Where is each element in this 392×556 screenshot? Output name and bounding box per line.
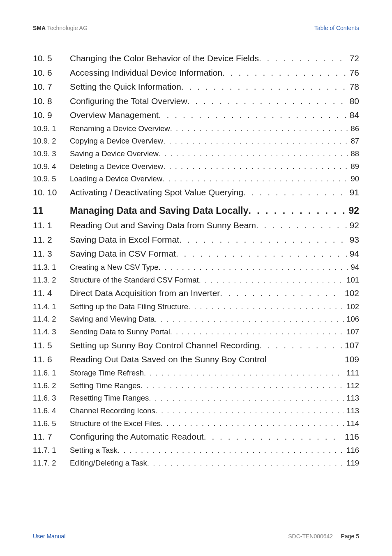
toc-title-wrap: Setting Time Ranges112: [70, 380, 359, 392]
toc-page: 86: [348, 123, 359, 135]
toc-number: 10. 9: [33, 109, 70, 122]
toc-title: Resetting Time Ranges: [70, 392, 149, 404]
toc-title: Setting a Task: [70, 445, 118, 456]
toc-title: Setting up the Data Filing Structure: [70, 301, 188, 313]
toc-title: Sending Data to Sunny Portal: [70, 326, 170, 338]
toc-number: 10.9. 4: [33, 161, 70, 173]
toc-number: 10. 8: [33, 95, 70, 108]
brand-name: SMA: [33, 25, 46, 31]
toc-page: 90: [348, 173, 359, 185]
toc-title: Structure of the Standard CSV Format: [70, 274, 199, 286]
toc-title: Activating / Deactivating Spot Value Que…: [70, 186, 243, 199]
toc-title: Managing Data and Saving Data Locally: [70, 204, 249, 218]
toc-title-wrap: Configuring the Automatic Readout116: [70, 430, 359, 444]
toc-page: 106: [344, 313, 359, 325]
toc-leader-dots: [144, 367, 344, 379]
toc-title-wrap: Saving Data in Excel Format93: [70, 233, 359, 247]
toc-number: 11. 5: [33, 339, 70, 352]
toc-page: 92: [346, 204, 359, 218]
toc-page: 76: [347, 66, 359, 80]
toc-page: 112: [344, 380, 359, 392]
toc-leader-dots: [147, 457, 344, 469]
toc-title: Structure of the Excel Files: [70, 418, 161, 430]
toc-title-wrap: Direct Data Acquisition from an Inverter…: [70, 287, 359, 300]
toc-number: 10. 6: [33, 66, 70, 80]
toc-number: 10. 10: [33, 186, 70, 199]
toc-page: 93: [347, 233, 359, 247]
toc-page: 111: [344, 367, 359, 379]
toc-entry: 11.7. 2Editing/Deleting a Task119: [33, 457, 359, 469]
toc-number: 11: [33, 204, 70, 218]
toc-page: 94: [348, 262, 359, 273]
toc-leader-dots: [149, 392, 344, 404]
toc-title-wrap: Resetting Time Ranges113: [70, 392, 359, 404]
toc-title: Channel Recording Icons: [70, 405, 155, 417]
toc-page: 80: [347, 95, 359, 108]
toc-title: Direct Data Acquisition from an Inverter: [70, 287, 220, 300]
toc-entry: 10. 9Overview Management84: [33, 109, 359, 122]
page-footer: User Manual SDC-TEN080642 Page 5: [33, 533, 359, 540]
toc-leader-dots: [161, 418, 344, 430]
toc-entry: 10. 8Configuring the Total Overview80: [33, 95, 359, 108]
toc-entry: 11. 3Saving Data in CSV Format94: [33, 247, 359, 261]
toc-title: Overview Management: [70, 109, 159, 122]
toc-page: 88: [348, 148, 359, 160]
toc-title-wrap: Accessing Individual Device Information7…: [70, 66, 359, 80]
toc-number: 11.6. 4: [33, 405, 70, 417]
toc-title-wrap: Setting up the Data Filing Structure102: [70, 301, 359, 313]
toc-number: 11.6. 5: [33, 418, 70, 430]
toc-title: Setting up Sunny Boy Control Channel Rec…: [70, 339, 259, 352]
toc-title: Saving Data in CSV Format: [70, 247, 176, 261]
toc-entry: 11.7. 1Setting a Task116: [33, 445, 359, 456]
toc-page: 101: [344, 274, 359, 286]
toc-leader-dots: [159, 109, 347, 122]
toc-title-wrap: Structure of the Standard CSV Format101: [70, 274, 359, 286]
toc-title-wrap: Sending Data to Sunny Portal107: [70, 326, 359, 338]
toc-number: 11. 1: [33, 219, 70, 232]
toc-leader-dots: [155, 405, 344, 417]
toc-title-wrap: Storage Time Refresh111: [70, 367, 359, 379]
toc-number: 11.3. 2: [33, 274, 70, 286]
toc-leader-dots: [159, 262, 348, 273]
toc-page: 113: [344, 392, 359, 404]
toc-page: 107: [344, 326, 359, 338]
toc-title-wrap: Channel Recording Icons113: [70, 405, 359, 417]
toc-entry: 11. 1Reading Out and Saving Data from Su…: [33, 219, 359, 232]
toc-number: 11.4. 2: [33, 313, 70, 325]
toc-entry: 10.9. 5Loading a Device Overview90: [33, 173, 359, 185]
toc-title-wrap: Setting the Quick Information78: [70, 80, 359, 94]
toc-title: Renaming a Device Overview: [70, 123, 170, 135]
toc-leader-dots: [179, 233, 347, 247]
toc-page: 119: [344, 457, 359, 469]
toc-page: 102: [344, 301, 359, 313]
toc-entry: 11. 6Reading Out Data Saved on the Sunny…: [33, 353, 359, 366]
toc-leader-dots: [170, 123, 348, 135]
toc-entry: 11.6. 2Setting Time Ranges112: [33, 380, 359, 392]
page-header: SMA Technologie AG Table of Contents: [33, 25, 359, 31]
toc-page: 116: [342, 430, 359, 444]
toc-number: 10.9. 3: [33, 148, 70, 160]
toc-title-wrap: Reading Out Data Saved on the Sunny Boy …: [70, 353, 359, 366]
toc-leader-dots: [220, 287, 342, 300]
toc-entry: 11Managing Data and Saving Data Locally9…: [33, 204, 359, 218]
toc-title-wrap: Reading Out and Saving Data from Sunny B…: [70, 219, 359, 232]
toc-leader-dots: [141, 380, 344, 392]
toc-title-wrap: Saving and Viewing Data106: [70, 313, 359, 325]
toc-leader-dots: [162, 173, 348, 185]
toc-number: 11. 2: [33, 233, 70, 247]
toc-leader-dots: [187, 95, 347, 108]
toc-leader-dots: [118, 445, 344, 456]
toc-title-wrap: Editing/Deleting a Task119: [70, 457, 359, 469]
toc-page: 84: [347, 109, 359, 122]
toc-page: 116: [344, 445, 359, 456]
toc-entry: 11.3. 2Structure of the Standard CSV For…: [33, 274, 359, 286]
toc-title-wrap: Changing the Color Behavior of the Devic…: [70, 52, 359, 65]
toc-title: Saving Data in Excel Format: [70, 233, 179, 247]
toc-number: 10.9. 5: [33, 173, 70, 185]
toc-title-wrap: Copying a Device Overview87: [70, 135, 359, 147]
toc-entry: 11. 7Configuring the Automatic Readout11…: [33, 430, 359, 444]
footer-doc-id: SDC-TEN080642: [288, 533, 333, 540]
toc-leader-dots: [176, 247, 347, 261]
toc-title: Reading Out and Saving Data from Sunny B…: [70, 219, 256, 232]
footer-right: SDC-TEN080642 Page 5: [288, 533, 359, 540]
